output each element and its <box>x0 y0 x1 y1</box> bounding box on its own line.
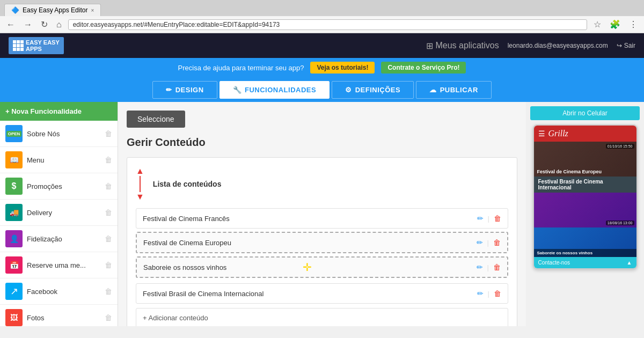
delete-sobre-nos-icon[interactable]: 🗑 <box>105 129 112 138</box>
delete-reserve-icon[interactable]: 🗑 <box>105 261 112 269</box>
sidebar-item-delivery[interactable]: 🚚 Delivery 🗑 <box>0 200 118 226</box>
open-phone-btn[interactable]: Abrir no Celular <box>530 106 640 120</box>
sidebar-label-menu: Menu <box>27 156 100 164</box>
delete-item-icon[interactable]: 🗑 <box>493 263 501 271</box>
sidebar-item-fotos[interactable]: 🖼 Fotos 🗑 <box>0 305 118 326</box>
tutorials-btn[interactable]: Veja os tutoriais! <box>310 62 375 74</box>
delete-fidelizacao-icon[interactable]: 🗑 <box>105 234 112 243</box>
refresh-btn[interactable]: ↻ <box>39 18 50 31</box>
edit-item-icon[interactable]: ✏ <box>477 238 483 247</box>
phone-item-3-label: Saboreie os nossos vinhos <box>534 249 636 257</box>
reserve-icon: 📅 <box>5 256 23 274</box>
delete-promocoes-icon[interactable]: 🗑 <box>105 182 112 190</box>
logo-text: EASY EASY APPS <box>26 39 60 52</box>
action-separator: | <box>487 263 489 271</box>
sidebar-label-facebook: Facebook <box>27 288 100 296</box>
drag-handle-icon[interactable]: ✛ <box>303 261 312 274</box>
action-separator: | <box>488 290 489 298</box>
meus-aplicativos-btn[interactable]: ⊞ Meus aplicativos <box>426 41 499 51</box>
menu-icon: 📖 <box>5 151 23 168</box>
list-item-actions: ✏ | 🗑 <box>477 263 501 271</box>
list-item-dragging-2: Saboreie os nossos vinhos ✛ ✏ | 🗑 <box>136 256 508 278</box>
forward-btn[interactable]: → <box>21 19 34 31</box>
app-logo: EASY EASY APPS <box>9 37 64 54</box>
phone-image-3: Saboreie os nossos vinhos <box>534 227 636 257</box>
phone-app-title: Grillz <box>548 129 568 138</box>
sidebar-item-facebook[interactable]: ↗ Facebook 🗑 <box>0 278 118 305</box>
browser-tab[interactable]: 🔷 Easy Easy Apps Editor × <box>4 4 101 16</box>
tab-bar: 🔷 Easy Easy Apps Editor × <box>0 0 644 16</box>
main-tab-nav: ✏ DESIGN 🔧 FUNCIONALIDADES ⚙ DEFINIÇÕES … <box>0 77 644 102</box>
sidebar-label-delivery: Delivery <box>27 209 100 217</box>
list-item-actions: ✏ | 🗑 <box>477 289 501 298</box>
phone-image-1: Festival de Cinema Europeu 01/10/16 15:5… <box>534 142 636 177</box>
tab-design[interactable]: ✏ DESIGN <box>152 81 217 99</box>
sidebar-item-reserve[interactable]: 📅 Reserve uma me... 🗑 <box>0 252 118 278</box>
sidebar: + Nova Funcionalidade OPEN Sobre Nós 🗑 📖… <box>0 102 118 326</box>
sidebar-item-promocoes[interactable]: $ Promoções 🗑 <box>0 173 118 200</box>
edit-item-icon[interactable]: ✏ <box>477 289 484 298</box>
sidebar-item-menu[interactable]: 📖 Menu 🗑 <box>0 147 118 173</box>
home-btn[interactable]: ⌂ <box>54 19 64 31</box>
edit-item-icon[interactable]: ✏ <box>477 214 484 223</box>
list-item-text: Festival de Cinema Francês <box>143 215 477 223</box>
pro-service-btn[interactable]: Contrate o Serviço Pro! <box>381 62 466 74</box>
sidebar-item-fidelizacao[interactable]: 👤 Fidelização 🗑 <box>0 226 118 252</box>
delete-menu-icon[interactable]: 🗑 <box>105 156 112 164</box>
content-area: Seleccione Gerir Conteúdo ▲ ▼ Lista de c… <box>118 102 526 326</box>
delete-item-icon[interactable]: 🗑 <box>494 289 501 298</box>
tab-favicon: 🔷 <box>11 6 19 14</box>
main-layout: + Nova Funcionalidade OPEN Sobre Nós 🗑 📖… <box>0 102 644 326</box>
delete-item-icon[interactable]: 🗑 <box>493 238 501 247</box>
logo-grid <box>13 40 24 51</box>
menu-btn[interactable]: ⋮ <box>627 18 640 31</box>
contact-bar-icon: ▲ <box>627 260 632 266</box>
sidebar-label-reserve: Reserve uma me... <box>27 261 100 269</box>
tab-publicar[interactable]: ☁ PUBLICAR <box>416 81 492 99</box>
list-item-text: Festival Brasil de Cinema Internacional <box>143 290 477 298</box>
delete-item-icon[interactable]: 🗑 <box>494 214 501 223</box>
edit-item-icon[interactable]: ✏ <box>477 263 483 271</box>
list-item-actions: ✏ | 🗑 <box>477 214 501 223</box>
fotos-icon: 🖼 <box>5 309 23 326</box>
delete-delivery-icon[interactable]: 🗑 <box>105 208 112 217</box>
list-item-text: Festival de Cinema Europeu <box>143 239 477 247</box>
sidebar-label-promocoes: Promoções <box>27 182 100 190</box>
add-feature-btn[interactable]: + Nova Funcionalidade <box>0 102 118 121</box>
phone-item-1-label: Festival de Cinema Europeu <box>537 169 602 174</box>
hamburger-icon: ☰ <box>538 129 545 138</box>
tab-funcionalidades[interactable]: 🔧 FUNCIONALIDADES <box>219 81 330 99</box>
sidebar-item-sobre-nos[interactable]: OPEN Sobre Nós 🗑 <box>0 121 118 147</box>
back-btn[interactable]: ← <box>4 19 17 31</box>
section-title: Gerir Conteúdo <box>127 136 517 149</box>
add-content-btn[interactable]: + Adicionar conteúdo <box>136 308 508 326</box>
drag-arrows-icon: ▲ ▼ <box>136 166 144 202</box>
list-item-dragging-1: Festival de Cinema Europeu ✏ | 🗑 <box>136 232 508 253</box>
user-email: leonardo.dias@easyeasyapps.com <box>508 42 608 49</box>
phone-screen: ☰ Grillz Festival de Cinema Europeu 01/1… <box>533 124 638 269</box>
list-title-row: ▲ ▼ Lista de conteúdos <box>136 166 508 202</box>
phone-app-header: ☰ Grillz <box>534 126 636 142</box>
publicar-icon: ☁ <box>429 86 437 94</box>
delete-facebook-icon[interactable]: 🗑 <box>105 287 112 296</box>
tab-close-btn[interactable]: × <box>91 8 94 13</box>
facebook-icon: ↗ <box>5 283 23 300</box>
banner-text: Precisa de ajuda para terminar seu app? <box>178 64 304 72</box>
tab-definicoes[interactable]: ⚙ DEFINIÇÕES <box>332 81 414 99</box>
phone-section-title: Festival Brasil de Cinema Internacional <box>534 177 636 193</box>
phone-contact-bar[interactable]: Contacte-nos ▲ <box>534 257 636 268</box>
definicoes-icon: ⚙ <box>345 86 352 94</box>
delete-fotos-icon[interactable]: 🗑 <box>105 313 112 322</box>
bookmark-btn[interactable]: ☆ <box>591 18 603 31</box>
sobre-nos-icon: OPEN <box>5 125 23 142</box>
content-card: ▲ ▼ Lista de conteúdos Festival de Cinem… <box>127 157 517 326</box>
help-banner: Precisa de ajuda para terminar seu app? … <box>0 58 644 77</box>
sidebar-label-fidelizacao: Fidelização <box>27 235 100 243</box>
phone-image-2: 18/08/16 13:00 <box>534 193 636 227</box>
promocoes-icon: $ <box>5 178 23 195</box>
sair-btn[interactable]: ↪ Sair <box>617 42 635 49</box>
sidebar-label-sobre-nos: Sobre Nós <box>27 130 100 138</box>
select-btn[interactable]: Seleccione <box>127 111 185 128</box>
extensions-btn[interactable]: 🧩 <box>608 18 623 31</box>
address-bar[interactable]: editor.easyeasyapps.net/#MenuEntryPlace:… <box>68 19 587 30</box>
